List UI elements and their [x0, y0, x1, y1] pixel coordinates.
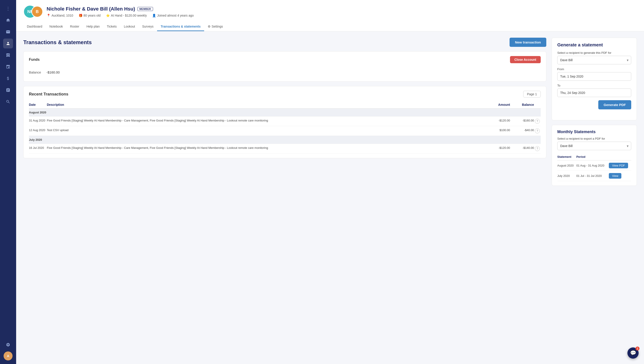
statement-period: 01 Aug - 31 Aug 2020 [576, 160, 609, 171]
tab-notebook[interactable]: Notebook [46, 22, 66, 31]
recent-transactions-header: Recent Transactions Page 1 [29, 91, 541, 98]
balance-label: Balance [29, 70, 41, 74]
clipboard-icon[interactable] [3, 85, 13, 95]
row-info[interactable]: ? [534, 144, 541, 154]
right-panel: Generate a statement Select a recipient … [552, 38, 637, 358]
nav-tabs: Dashboard Notebook Roster Help plan Tick… [23, 22, 637, 31]
recent-transactions-card: Recent Transactions Page 1 Date Descript… [23, 86, 546, 158]
col-period: Period [576, 153, 609, 160]
tab-surveys[interactable]: Surveys [138, 22, 157, 31]
view-pdf-button[interactable]: View PDF [609, 163, 628, 168]
user-avatar[interactable]: A [4, 352, 12, 360]
tab-transactions[interactable]: Transactions & statements [157, 22, 204, 31]
settings-icon[interactable] [3, 340, 13, 350]
chat-icon: 💬 [630, 350, 636, 356]
header: NF B Nichole Fisher & Dave Bill (Allen H… [16, 0, 644, 32]
view-button[interactable]: View [609, 173, 621, 179]
generate-statement-title: Generate a statement [557, 42, 631, 48]
info-button[interactable]: ? [535, 119, 540, 124]
gift-icon: 🎁 [79, 14, 82, 17]
from-label: From [557, 68, 631, 71]
table-row: 12 Aug 2020 Test CSV upload $100.00 -$40… [29, 126, 541, 136]
col-balance: Balance [510, 101, 534, 108]
home-icon[interactable] [3, 15, 13, 25]
col-statement: Statement [557, 153, 576, 160]
recipient-select-wrapper: Dave Bill ▾ [557, 56, 631, 64]
star-icon: ⭐ [106, 14, 110, 17]
statement-name: August 2020 [557, 160, 576, 171]
plan-meta: ⭐ At Hand - $120.00 weekly [106, 14, 147, 17]
row-info[interactable]: ? [534, 116, 541, 126]
row-description: Five Good Friends [Staging] Weekly At Ha… [47, 144, 486, 154]
row-balance: -$140.00 [510, 144, 534, 154]
member-avatars: NF B [23, 4, 43, 19]
header-info: Nichole Fisher & Dave Bill (Allen Hsu) M… [46, 6, 637, 17]
avatar-b: B [31, 6, 43, 18]
to-input[interactable] [557, 88, 631, 97]
statement-period: 01 Jul - 31 Jul 2020 [576, 171, 609, 181]
row-description: Test CSV upload [47, 126, 486, 136]
info-button[interactable]: ? [535, 128, 540, 133]
age-meta: 🎁 80 years old [79, 14, 100, 17]
menu-icon[interactable]: ⋮ [3, 4, 13, 14]
col-amount: Amount [486, 101, 510, 108]
col-date: Date [29, 101, 47, 108]
balance-row: Balance -$160.00 [29, 68, 541, 77]
tab-tickets[interactable]: Tickets [103, 22, 120, 31]
left-panel: Transactions & statements New transactio… [23, 38, 546, 358]
calendar-icon[interactable] [3, 62, 13, 72]
from-input[interactable] [557, 72, 631, 81]
search-icon[interactable] [3, 97, 13, 107]
chat-badge: 1 [636, 346, 640, 350]
page-title: Transactions & statements [23, 39, 92, 46]
tab-lookout[interactable]: Lookout [120, 22, 139, 31]
member-name: Nichole Fisher & Dave Bill (Allen Hsu) M… [46, 6, 637, 12]
header-top: NF B Nichole Fisher & Dave Bill (Allen H… [23, 4, 637, 19]
table-row: 31 Aug 2020 Five Good Friends [Staging] … [29, 116, 541, 126]
database-icon[interactable] [3, 50, 13, 60]
monthly-recipient-select[interactable]: Dave Bill [557, 142, 631, 150]
monthly-statements-card: Monthly Statements Select a recipient to… [552, 125, 637, 186]
close-account-button[interactable]: Close Account [510, 56, 541, 63]
page-indicator: Page 1 [523, 91, 541, 98]
tab-settings[interactable]: ⚙ Settings [204, 22, 226, 31]
chat-button[interactable]: 💬 1 [628, 348, 638, 358]
row-info[interactable]: ? [534, 126, 541, 136]
recent-transactions-title: Recent Transactions [29, 92, 68, 96]
statement-action: View [609, 171, 631, 181]
row-amount: -$120.00 [486, 144, 510, 154]
joined-meta: 👤 Joined almost 4 years ago [152, 14, 194, 17]
tab-help-plan[interactable]: Help plan [83, 22, 103, 31]
group-august-2020: August 2020 [29, 108, 541, 116]
statement-name: July 2020 [557, 171, 576, 181]
location-icon: 📍 [46, 14, 50, 17]
col-info [534, 101, 541, 108]
person-icon[interactable] [3, 38, 13, 48]
recipient-select[interactable]: Dave Bill [557, 56, 631, 64]
dollar-icon[interactable] [3, 74, 13, 84]
inbox-icon[interactable] [3, 27, 13, 37]
row-balance: -$160.00 [510, 116, 534, 126]
row-description: Five Good Friends [Staging] Weekly At Ha… [47, 116, 486, 126]
sidebar: ⋮ A [0, 0, 16, 364]
table-row: 16 Jul 2020 Five Good Friends [Staging] … [29, 144, 541, 154]
generate-statement-card: Generate a statement Select a recipient … [552, 38, 637, 120]
header-meta: 📍 Auckland, 1010 🎁 80 years old ⭐ At Han… [46, 14, 637, 17]
tab-roster[interactable]: Roster [66, 22, 83, 31]
statement-action: View PDF [609, 160, 631, 171]
new-transaction-button[interactable]: New transaction [510, 38, 546, 47]
row-amount: $100.00 [486, 126, 510, 136]
settings-nav-icon: ⚙ [208, 25, 211, 28]
monthly-table: Statement Period August 2020 01 Aug - 31… [557, 153, 631, 181]
info-button[interactable]: ? [535, 146, 540, 151]
list-item: August 2020 01 Aug - 31 Aug 2020 View PD… [557, 160, 631, 171]
transactions-table: Date Description Amount Balance August 2… [29, 101, 541, 154]
row-amount: -$120.00 [486, 116, 510, 126]
to-label: To [557, 84, 631, 87]
location-meta: 📍 Auckland, 1010 [46, 14, 73, 17]
funds-header: Funds Close Account [29, 56, 541, 63]
generate-pdf-button[interactable]: Generate PDF [598, 100, 631, 110]
main-content: NF B Nichole Fisher & Dave Bill (Allen H… [16, 0, 644, 364]
page-header: Transactions & statements New transactio… [23, 38, 546, 47]
tab-dashboard[interactable]: Dashboard [23, 22, 46, 31]
